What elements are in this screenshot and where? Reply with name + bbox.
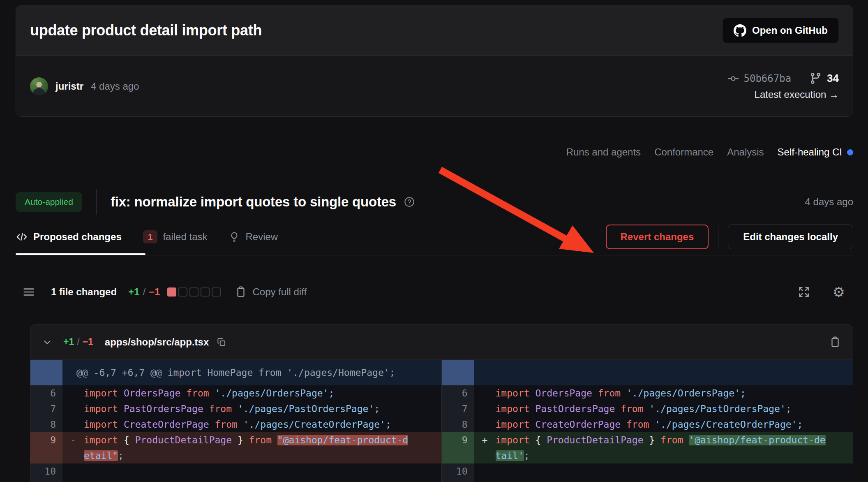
code-token: import: [496, 388, 536, 399]
code-cell: import PastOrdersPage from './pages/Past…: [474, 401, 853, 417]
code-token: import: [496, 435, 536, 445]
code-icon: [16, 231, 28, 243]
code-token: from: [626, 419, 655, 430]
code-cell: import CreateOrderPage from './pages/Cre…: [62, 417, 441, 432]
line-number: 8: [30, 417, 62, 432]
commit-hash-group[interactable]: 50b667ba: [727, 72, 791, 85]
code-token: {: [535, 435, 547, 445]
code-line: -import { ProductDetailPage } from "@ais…: [62, 432, 441, 448]
page: update product detail import path Open o…: [0, 0, 868, 482]
fix-time: 4 days ago: [805, 196, 853, 208]
active-nav-dot: [847, 149, 853, 155]
code-token: CreateOrderPage: [535, 419, 626, 430]
code-token: }: [644, 435, 661, 445]
code-cell: import OrdersPage from './pages/OrdersPa…: [62, 385, 441, 401]
code-token: PastOrdersPage: [124, 403, 209, 414]
file-stat-counts: +1 / −1: [63, 336, 93, 348]
file-list-menu-icon[interactable]: [22, 285, 35, 299]
nav-item-conformance[interactable]: Conformance: [654, 146, 713, 158]
fix-header: Auto-applied fix: normalize import quote…: [16, 188, 853, 216]
latest-execution-link[interactable]: Latest execution →: [755, 89, 839, 100]
help-icon[interactable]: [404, 196, 415, 208]
tab-failed-task[interactable]: 1 failed task: [143, 230, 208, 243]
code-token: "@aishop/feat-product-d: [277, 435, 409, 445]
button-separator: [718, 225, 718, 248]
commit-row: juristr 4 days ago 50b667ba 34: [16, 56, 853, 116]
code-cell: import OrdersPage from './pages/OrdersPa…: [474, 385, 853, 401]
code-line: +import { ProductDetailPage } from '@ais…: [474, 432, 853, 448]
nav-item-self-healing-ci[interactable]: Self-healing CI: [778, 146, 853, 158]
commit-author: juristr: [55, 81, 83, 92]
diff-row-line-6: 6 import OrdersPage from './pages/Orders…: [30, 385, 441, 401]
tab-proposed-changes[interactable]: Proposed changes: [16, 231, 122, 243]
code-token: ProductDetailPage: [547, 435, 643, 445]
tab-proposed-changes-label: Proposed changes: [33, 231, 122, 243]
tab-failed-task-label: failed task: [163, 231, 207, 243]
diff-marker: [474, 463, 496, 479]
nav-item-analysis[interactable]: Analysis: [727, 146, 764, 158]
code-line: import OrdersPage from './pages/OrdersPa…: [474, 385, 853, 401]
code-token: from: [209, 403, 238, 414]
diff-marker: [474, 448, 496, 463]
code-token: {: [124, 435, 135, 445]
open-on-github-button[interactable]: Open on GitHub: [723, 18, 839, 43]
diff-marker: [62, 385, 84, 401]
diff-marker: -: [62, 432, 84, 448]
hunk-header-row: [442, 360, 853, 385]
code-token: from: [215, 419, 243, 430]
copy-full-diff-button[interactable]: Copy full diff: [235, 286, 307, 298]
revert-changes-button[interactable]: Revert changes: [606, 225, 709, 249]
diff-marker: [62, 401, 84, 417]
execution-count-group[interactable]: 34: [809, 72, 839, 85]
code-token: OrdersPage: [124, 388, 186, 399]
code-line: import PastOrdersPage from './pages/Past…: [62, 401, 441, 417]
code-token: import: [84, 403, 124, 414]
code-line: import OrdersPage from './pages/OrdersPa…: [62, 385, 441, 401]
line-number: 7: [442, 401, 474, 417]
code-token: etail": [84, 450, 118, 461]
diff-toolbar: 1 file changed +1 / −1 Copy full diff ⚙: [16, 278, 853, 306]
diff-pane-right: 6 import OrdersPage from './pages/Orders…: [442, 360, 853, 482]
collapse-chevron-down-icon[interactable]: [42, 337, 53, 348]
code-line: import CreateOrderPage from './pages/Cre…: [474, 417, 853, 432]
diff-stat-blocks: [167, 287, 221, 297]
line-number: 10: [442, 463, 474, 482]
code-token: ;: [524, 450, 530, 461]
code-line: import PastOrdersPage from './pages/Past…: [474, 401, 853, 417]
tab-review[interactable]: Review: [229, 231, 278, 243]
diff-row-line-7: 7 import PastOrdersPage from './pages/Pa…: [442, 401, 853, 417]
settings-gear-icon[interactable]: ⚙: [833, 285, 845, 299]
code-token: from: [660, 435, 689, 445]
diff-stat-block: [178, 287, 187, 297]
code-token: tail': [496, 450, 524, 461]
code-line: import CreateOrderPage from './pages/Cre…: [62, 417, 441, 432]
diff-stat-block: [201, 287, 210, 297]
code-token: './pages/CreateOrderPage';: [655, 419, 803, 430]
code-token: import: [496, 403, 536, 414]
code-token: './pages/OrdersPage';: [626, 388, 746, 399]
copy-full-diff-label: Copy full diff: [252, 286, 307, 298]
execution-count: 34: [827, 72, 839, 85]
diff-stat-block: [189, 287, 199, 297]
line-number: 6: [442, 385, 474, 401]
auto-applied-badge: Auto-applied: [16, 192, 82, 212]
nav-item-runs-and-agents[interactable]: Runs and agents: [566, 146, 641, 158]
diff-stat-counts: +1 / −1: [128, 286, 160, 298]
copy-file-path-icon[interactable]: [216, 337, 227, 348]
code-cell: +import { ProductDetailPage } from '@ais…: [474, 432, 853, 463]
commit-meta-group: 50b667ba 34 Latest execution →: [727, 72, 839, 100]
code-token: './pages/PastOrdersPage';: [238, 403, 380, 414]
hunk-header-row: @@ -6,7 +6,7 @@ import HomePage from './…: [30, 360, 441, 385]
code-cell: [474, 463, 853, 482]
diff-marker: [474, 401, 496, 417]
copy-file-diff-icon[interactable]: [829, 336, 841, 348]
file-deletions: −1: [83, 336, 93, 348]
code-line: [474, 463, 853, 479]
file-additions: +1: [63, 336, 74, 348]
expand-fullscreen-icon[interactable]: [797, 285, 810, 299]
diff-stat-block: [212, 287, 221, 297]
line-number: 6: [30, 385, 62, 401]
edit-changes-locally-button[interactable]: Edit changes locally: [728, 225, 853, 249]
avatar[interactable]: [30, 77, 48, 95]
diff-row-line-7: 7 import PastOrdersPage from './pages/Pa…: [30, 401, 441, 417]
